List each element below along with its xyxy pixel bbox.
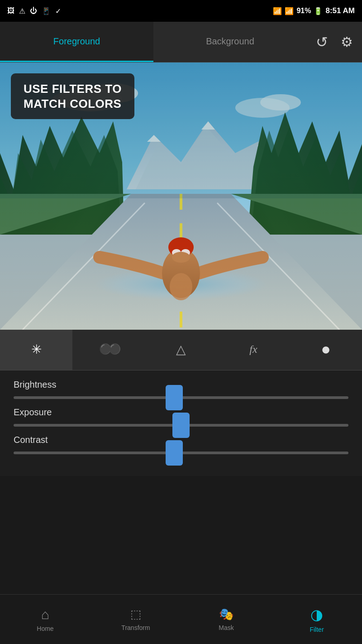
tooltip-overlay: USE FILTERS TO MATCH COLORS — [11, 73, 134, 119]
transform-icon: ⬚ — [130, 607, 142, 621]
effects-icon: fx — [249, 343, 257, 356]
status-bar: 🖼 ⚠ ⏻ 📱 ✓ 📶 📶 91% 🔋 8:51 AM — [0, 0, 362, 22]
image-status-icon: 🖼 — [7, 7, 14, 15]
warning-status-icon: ⚠ — [19, 7, 25, 15]
settings-button[interactable]: ⚙ — [341, 34, 353, 50]
filter-tabs: ✳ ⚫⚫ △ fx ● — [0, 330, 362, 370]
vignette-icon: ● — [321, 340, 331, 359]
filter-tab-color[interactable]: ⚫⚫ — [72, 330, 145, 370]
exposure-thumb[interactable] — [172, 413, 190, 438]
filter-tab-curves[interactable]: △ — [145, 330, 217, 370]
nav-item-mask[interactable]: 🎭 Mask — [181, 595, 272, 644]
transform-label: Transform — [121, 624, 150, 631]
filter-icon: ◑ — [310, 606, 323, 623]
nav-item-home[interactable]: ⌂ Home — [0, 595, 90, 644]
power-status-icon: ⏻ — [30, 7, 37, 15]
bottom-nav: ⌂ Home ⬚ Transform 🎭 Mask ◑ Filter — [0, 594, 362, 644]
phone-status-icon: 📱 — [42, 7, 51, 15]
filter-tab-vignette[interactable]: ● — [290, 330, 362, 370]
sliders-section: Brightness Exposure Contrast — [0, 370, 362, 476]
check-status-icon: ✓ — [55, 7, 61, 15]
contrast-thumb[interactable] — [166, 440, 183, 466]
brightness-group: Brightness — [14, 380, 348, 399]
status-icons-left: 🖼 ⚠ ⏻ 📱 ✓ — [7, 7, 61, 15]
tab-foreground-label: Foreground — [53, 36, 100, 47]
main-tab-bar: Foreground Background ↺ ⚙ — [0, 22, 362, 62]
contrast-track[interactable] — [14, 452, 348, 454]
nav-item-filter[interactable]: ◑ Filter — [272, 595, 362, 644]
mask-label: Mask — [219, 624, 233, 631]
exposure-track[interactable] — [14, 424, 348, 427]
mask-icon: 🎭 — [219, 607, 233, 621]
tab-actions: ↺ ⚙ — [307, 22, 362, 62]
filter-tab-brightness[interactable]: ✳ — [0, 330, 72, 370]
battery-text: 91% — [296, 7, 311, 15]
nav-item-transform[interactable]: ⬚ Transform — [90, 595, 181, 644]
signal-icon: 📶 — [285, 7, 294, 15]
tooltip-text-line1: USE FILTERS TO — [24, 82, 122, 96]
status-icons-right: 📶 📶 91% 🔋 8:51 AM — [273, 6, 355, 15]
home-label: Home — [37, 625, 53, 632]
color-icon: ⚫⚫ — [99, 343, 118, 355]
tab-background-label: Background — [206, 36, 254, 47]
filter-tab-effects[interactable]: fx — [217, 330, 290, 370]
curves-icon: △ — [176, 342, 186, 357]
home-icon: ⌂ — [41, 607, 49, 622]
image-canvas: USE FILTERS TO MATCH COLORS — [0, 62, 362, 330]
brightness-track[interactable] — [14, 396, 348, 399]
filter-label: Filter — [310, 626, 324, 633]
brightness-icon: ✳ — [31, 342, 42, 357]
status-time: 8:51 AM — [325, 6, 355, 15]
tab-foreground[interactable]: Foreground — [0, 22, 153, 62]
battery-icon: 🔋 — [314, 7, 323, 15]
brightness-thumb[interactable] — [166, 385, 183, 410]
tab-background[interactable]: Background — [153, 22, 307, 62]
tooltip-text-line2: MATCH COLORS — [24, 96, 122, 111]
wifi-icon: 📶 — [273, 7, 282, 15]
reset-button[interactable]: ↺ — [316, 34, 328, 51]
